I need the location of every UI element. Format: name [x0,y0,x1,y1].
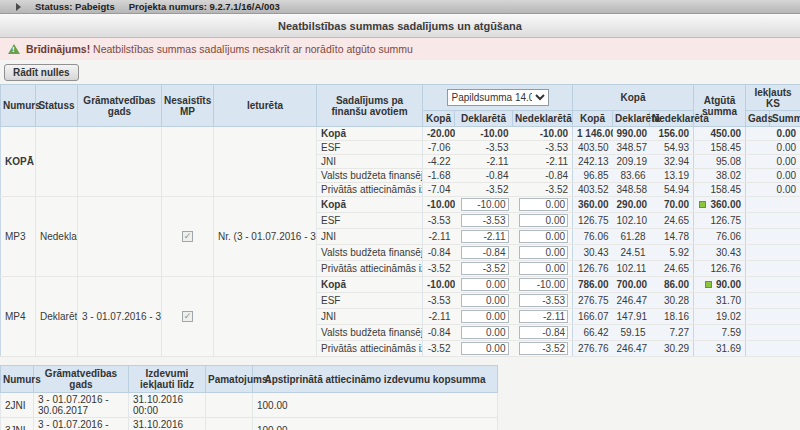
papild-deklareta-input[interactable] [461,326,509,339]
papild-deklareta-input[interactable] [461,230,509,243]
papild-nedeklareta-cell [513,325,573,341]
bottom-col-header: Apstiprinātā attiecināmo izdevumu kopsum… [253,366,498,393]
bottom-cell: 3 - 01.07.2016 - 30.06.2017 [34,418,129,430]
expander-icon[interactable] [16,3,21,11]
kopa-kopa-cell: 1 146.00 [573,127,613,141]
atguta-summa-cell: 158.45 [694,141,746,155]
ks-summa-cell: 0.00 [770,183,800,197]
papild-kopa-cell: -7.06 [423,141,455,155]
ks-summa-cell [770,229,800,245]
ks-gads-cell [746,169,770,183]
numurs-cell: MP4 [1,277,36,357]
nesaistits-mp-checkbox[interactable]: ✓ [182,311,193,322]
ks-summa-cell [770,213,800,229]
papild-deklareta-input[interactable] [461,294,509,307]
kopa-nedeklareta-cell: 54.93 [650,141,694,155]
ks-summa-cell: 0.00 [770,127,800,141]
papild-kopa-cell: -10.00 [423,197,455,213]
papild-nedeklareta-cell [513,261,573,277]
papild-nedeklareta-cell: -10.00 [513,127,573,141]
kopa-kopa-cell: 242.13 [573,155,613,169]
papild-deklareta-cell [455,325,513,341]
nesaistits-mp-checkbox[interactable]: ✓ [182,231,193,242]
papild-deklareta-input[interactable] [461,198,509,211]
kopa-kopa-cell: 360.00 [573,197,613,213]
finance-row: MP3Nedeklarēts✓Nr. (3 - 01.07.2016 - 30.… [1,197,800,213]
kopa-nedeklareta-cell: 18.16 [650,309,694,325]
papild-nedeklareta-input[interactable] [519,326,568,339]
kopa-kopa-cell: 166.07 [573,309,613,325]
papild-nedeklareta-cell [513,197,573,213]
atguta-summa-cell: 450.00 [694,127,746,141]
bottom-cell: 100.00 [253,418,498,430]
subcol-ks-summa: Summa [770,111,800,127]
atguta-summa-cell: 76.06 [694,229,746,245]
ks-summa-cell [770,341,800,357]
accounting-year-row: 2JNI3 - 01.07.2016 - 30.06.201731.10.201… [1,393,498,418]
papild-nedeklareta-input[interactable] [519,214,568,227]
ks-summa-cell [770,325,800,341]
kopa-kopa-cell: 66.42 [573,325,613,341]
papild-deklareta-cell [455,277,513,293]
kopa-kopa-cell: 76.06 [573,229,613,245]
papild-deklareta-cell: -3.53 [455,141,513,155]
papild-nedeklareta-cell [513,309,573,325]
atguta-summa-cell: 90.00 [694,277,746,293]
papild-kopa-cell: -7.04 [423,183,455,197]
finansu-avots-label: Valsts budžeta finansējums [317,245,423,261]
papild-deklareta-input[interactable] [461,278,509,291]
papild-nedeklareta-input[interactable] [519,246,568,259]
ks-summa-cell [770,245,800,261]
papild-nedeklareta-input[interactable] [519,262,568,275]
papild-deklareta-input[interactable] [461,310,509,323]
papild-nedeklareta-input[interactable] [519,294,568,307]
show-zeros-button[interactable]: Rādīt nulles [4,64,79,81]
warning-icon [8,44,20,54]
papild-nedeklareta-input[interactable] [519,230,568,243]
col-header-sadalijums: Sadalījums pa finanšu avotiem [317,85,423,127]
gramatvedibas-gads-cell [78,127,162,197]
bottom-col-header: Numurs [1,366,34,393]
status-text: Statuss: Pabeigts [35,1,115,12]
papild-kopa-cell: -1.68 [423,169,455,183]
kopa-deklareta-cell: 290.00 [613,197,650,213]
papild-nedeklareta-cell: -2.11 [513,155,573,169]
papild-deklareta-input[interactable] [461,262,509,275]
papild-kopa-cell: -20.00 [423,127,455,141]
papild-nedeklareta-input[interactable] [519,342,568,355]
kopa-nedeklareta-cell: 86.00 [650,277,694,293]
papild-deklareta-input[interactable] [461,214,509,227]
col-header-statuss: Statuss [36,85,78,127]
papild-deklareta-cell [455,213,513,229]
papild-deklareta-input[interactable] [461,342,509,355]
papild-nedeklareta-input[interactable] [519,198,568,211]
bottom-cell: 31.10.2016 00:00 [129,393,206,418]
finansu-avots-label: JNI [317,229,423,245]
page-title: Neatbilstības summas sadalījums un atgūš… [278,20,522,32]
accounting-year-row: 3JNI3 - 01.07.2016 - 30.06.201731.10.201… [1,418,498,430]
papild-nedeklareta-cell: -3.52 [513,183,573,197]
papildsumma-select[interactable]: Papildsumma 14.06.2017 [447,89,549,106]
papild-deklareta-input[interactable] [461,246,509,259]
kopa-nedeklareta-cell: 24.65 [650,213,694,229]
kopa-nedeklareta-cell: 5.92 [650,245,694,261]
kopa-kopa-cell: 276.75 [573,293,613,309]
kopa-kopa-cell: 30.43 [573,245,613,261]
papild-kopa-cell: -3.53 [423,293,455,309]
atguta-summa-cell: 95.08 [694,155,746,169]
subcol-kopa-nedeklareta: Nedeklarētā [650,111,694,127]
kopa-deklareta-cell: 348.58 [613,183,650,197]
papild-deklareta-cell [455,197,513,213]
papild-kopa-cell: -3.53 [423,213,455,229]
finance-row: KOPĀKopā-20.00-10.00-10.001 146.00990.00… [1,127,800,141]
papild-nedeklareta-input[interactable] [519,278,568,291]
bottom-cell: 3JNI [1,418,34,430]
papild-deklareta-cell [455,245,513,261]
papild-nedeklareta-cell: -3.53 [513,141,573,155]
ks-summa-cell [770,197,800,213]
papild-deklareta-cell [455,309,513,325]
ks-gads-cell [746,245,770,261]
kopa-deklareta-cell: 59.15 [613,325,650,341]
finansu-avots-label: JNI [317,155,423,169]
papild-nedeklareta-input[interactable] [519,310,568,323]
